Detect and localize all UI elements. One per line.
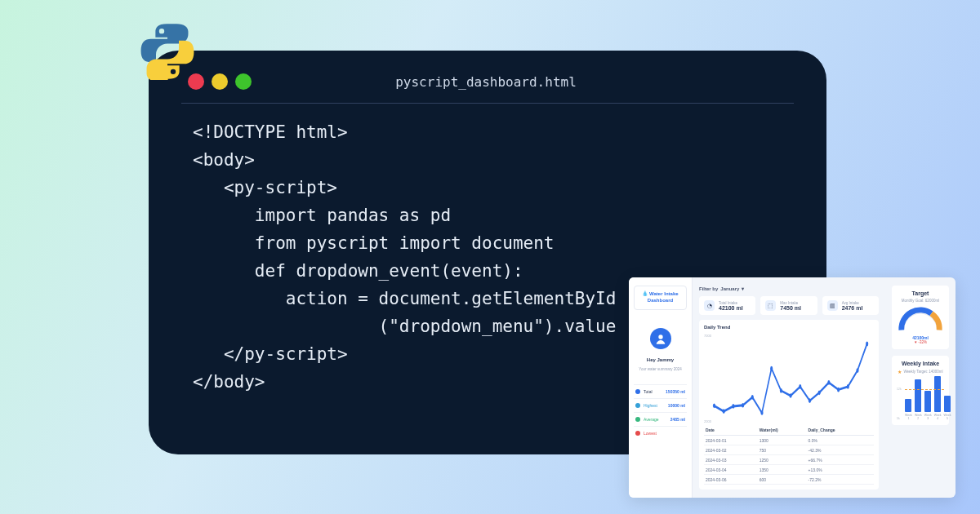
target-gauge-chart bbox=[897, 304, 944, 334]
kpi-icon: ⬚ bbox=[765, 300, 776, 311]
filename-label: pyscript_dashboard.html bbox=[178, 74, 794, 90]
kpi-icon: ◔ bbox=[704, 300, 715, 311]
sidebar-stat: Total150350 ml bbox=[634, 384, 687, 398]
svg-point-10 bbox=[790, 393, 792, 398]
svg-point-16 bbox=[847, 384, 849, 389]
target-title: Target bbox=[897, 290, 944, 296]
bar-column: Week 5 bbox=[944, 396, 951, 420]
kpi-icon: ▥ bbox=[827, 300, 838, 311]
greeting-subtitle: Your water summary 2024 bbox=[639, 367, 681, 371]
daily-trend-card: Daily Trend 7000 2000 DateWater(ml)Daily… bbox=[699, 320, 879, 490]
table-header: Date bbox=[704, 425, 758, 436]
trend-title: Daily Trend bbox=[704, 325, 874, 330]
svg-point-4 bbox=[732, 404, 734, 409]
filter-dropdown[interactable]: Filter by January ▾ bbox=[699, 286, 879, 291]
water-drop-icon: 💧 bbox=[642, 291, 648, 296]
python-logo-icon bbox=[139, 23, 196, 80]
kpi-card: ▥Avg Intake2476 ml bbox=[822, 296, 879, 315]
svg-point-1 bbox=[658, 335, 662, 339]
sidebar-stat: Average2485 ml bbox=[634, 412, 687, 426]
bar-column: Week 1 bbox=[905, 399, 912, 420]
target-card: Target Monthly Goal: 62000ml 42100ml ▼ -… bbox=[892, 286, 949, 349]
weekly-intake-card: Weekly Intake ★ Weekly Target: 14000ml 1… bbox=[892, 356, 949, 425]
table-row: 2024-03-06600-72.2% bbox=[704, 475, 874, 485]
svg-point-11 bbox=[799, 384, 801, 389]
weekly-subtitle: ★ Weekly Target: 14000ml bbox=[897, 369, 944, 374]
dashboard-main: Filter by January ▾ ◔Total Intake42100 m… bbox=[693, 277, 885, 498]
trend-line-chart: 7000 2000 bbox=[704, 332, 874, 425]
kpi-card: ◔Total Intake42100 ml bbox=[699, 296, 755, 315]
dashboard-preview: 💧 Water Intake Dashboard Hey Jammy Your … bbox=[629, 277, 956, 498]
svg-point-2 bbox=[713, 403, 715, 408]
window-titlebar: pyscript_dashboard.html bbox=[181, 73, 794, 104]
svg-point-18 bbox=[866, 342, 868, 347]
chevron-down-icon: ▾ bbox=[742, 286, 744, 291]
table-header: Daily_Change bbox=[807, 425, 874, 436]
bar-column: Week 3 bbox=[924, 391, 932, 420]
table-row: 2024-03-031250+66.7% bbox=[704, 455, 874, 465]
sidebar-stat: Lowest bbox=[634, 426, 687, 440]
weekly-title: Weekly Intake bbox=[897, 361, 944, 366]
data-table: DateWater(ml)Daily_Change 2024-03-011300… bbox=[704, 425, 874, 485]
bar-column: Week 2 bbox=[915, 379, 922, 420]
kpi-card: ⬚Max Intake7450 ml bbox=[760, 296, 817, 315]
target-subtitle: Monthly Goal: 62000ml bbox=[897, 299, 944, 303]
target-delta: ▼ -32% bbox=[897, 340, 944, 344]
bar-column: Week 4 bbox=[934, 376, 942, 420]
dashboard-right-column: Target Monthly Goal: 62000ml 42100ml ▼ -… bbox=[885, 277, 956, 498]
svg-point-14 bbox=[827, 380, 830, 385]
table-row: 2024-03-02750-42.3% bbox=[704, 445, 874, 455]
svg-point-5 bbox=[742, 403, 744, 408]
table-header: Water(ml) bbox=[758, 425, 807, 436]
svg-point-6 bbox=[751, 395, 754, 400]
svg-point-9 bbox=[780, 388, 782, 393]
svg-point-13 bbox=[818, 390, 821, 395]
sidebar-stat: Highest10000 ml bbox=[634, 398, 687, 412]
svg-point-15 bbox=[837, 388, 840, 392]
avatar bbox=[650, 328, 671, 349]
svg-point-8 bbox=[770, 366, 773, 371]
svg-point-3 bbox=[723, 409, 725, 414]
table-row: 2024-03-041350+13.0% bbox=[704, 465, 874, 475]
svg-point-7 bbox=[760, 410, 763, 415]
star-icon: ★ bbox=[898, 369, 902, 374]
table-row: 2024-03-0113000.0% bbox=[704, 436, 874, 445]
greeting: Hey Jammy bbox=[647, 357, 674, 362]
svg-point-12 bbox=[808, 398, 811, 403]
dashboard-sidebar: 💧 Water Intake Dashboard Hey Jammy Your … bbox=[629, 277, 693, 498]
dashboard-title: 💧 Water Intake Dashboard bbox=[634, 286, 687, 310]
weekly-bar-chart: 12k 5k Week 1Week 2Week 3Week 4Week 5 bbox=[897, 381, 944, 420]
svg-point-17 bbox=[856, 368, 858, 373]
